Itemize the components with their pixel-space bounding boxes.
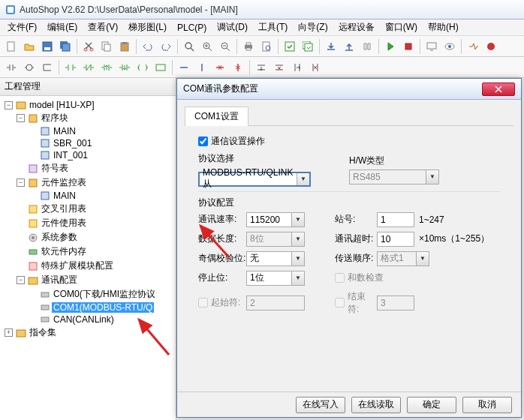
tb-zoomout-icon[interactable] (217, 38, 233, 55)
tb2-del-vline-icon[interactable] (230, 59, 246, 76)
tree-root[interactable]: −model [H1U-XP] (5, 99, 174, 111)
tb-new-icon[interactable] (3, 38, 20, 55)
timeout-input[interactable]: 10 (377, 232, 414, 247)
tb-saveall-icon[interactable] (57, 38, 74, 55)
tb2-out-coil-icon[interactable] (134, 59, 151, 76)
menu-window[interactable]: 窗口(W) (381, 20, 422, 35)
tree-sysparam[interactable]: 系统参数 (17, 230, 174, 244)
menu-view[interactable]: 查看(V) (83, 20, 122, 35)
tb-step-icon[interactable] (465, 38, 481, 55)
tree-comm[interactable]: −通讯配置 (17, 273, 174, 287)
tree-com1[interactable]: COM1(MODBUS-RTU/Q (29, 302, 174, 314)
tb2-contact-icon[interactable] (3, 59, 20, 76)
menu-debug[interactable]: 调试(D) (212, 20, 252, 35)
toolbar-1 (0, 36, 524, 57)
tb2-del-hline-icon[interactable] (212, 59, 228, 76)
tb-print-icon[interactable] (240, 38, 257, 55)
tb2-vline-icon[interactable] (194, 59, 210, 76)
tb-download-icon[interactable] (323, 38, 339, 55)
tb2-insert-col-icon[interactable] (289, 59, 306, 76)
protocol-select[interactable]: MODBUS-RTU/QLINK从 (198, 172, 311, 187)
menu-edit[interactable]: 编辑(E) (43, 20, 82, 35)
tb-paste-icon[interactable] (116, 38, 133, 55)
tb-monitor-icon[interactable] (423, 38, 440, 55)
tb-save-icon[interactable] (39, 38, 56, 55)
station-input[interactable]: 1 (377, 212, 414, 227)
cancel-button[interactable]: 取消 (462, 397, 512, 413)
tree-instructions[interactable]: +指令集 (5, 326, 174, 340)
tree-sbr[interactable]: SBR_001 (29, 137, 174, 149)
tb2-no-contact-icon[interactable] (62, 59, 79, 76)
tb-undo-icon[interactable] (140, 38, 156, 55)
tb-zoomin-icon[interactable] (199, 38, 215, 55)
svg-point-42 (32, 236, 35, 239)
comm-enable-checkbox[interactable]: 通信设置操作 (198, 135, 500, 148)
svg-rect-23 (305, 44, 312, 51)
menu-tools[interactable]: 工具(T) (254, 20, 292, 35)
separator (378, 39, 379, 54)
tb2-coil-icon[interactable] (21, 59, 38, 76)
tb2-branch-icon[interactable] (39, 59, 56, 76)
datalen-label: 数据长度: (198, 232, 246, 245)
comm-enable-input[interactable] (198, 136, 208, 146)
tree-softmem[interactable]: 软元件内存 (17, 244, 174, 259)
close-button[interactable] (482, 82, 515, 96)
ok-button[interactable]: 确定 (407, 397, 456, 413)
tb-compileall-icon[interactable] (300, 38, 316, 55)
tb2-hline-icon[interactable] (176, 59, 192, 76)
dialog-titlebar[interactable]: COM通讯参数配置 (177, 79, 521, 100)
online-write-button[interactable]: 在线写入 (296, 397, 345, 413)
tb-compare-icon[interactable] (359, 38, 375, 55)
tree-xref[interactable]: 交叉引用表 (17, 202, 174, 216)
svg-point-13 (185, 43, 191, 49)
tree-com0[interactable]: COM0(下载/HMI监控协议 (29, 287, 174, 302)
tree-monitor-main[interactable]: MAIN (29, 190, 174, 202)
tb2-rising-icon[interactable] (98, 59, 115, 76)
tb2-nc-contact-icon[interactable] (80, 59, 97, 76)
tb-cut-icon[interactable] (80, 38, 97, 55)
tb-compile-icon[interactable] (282, 38, 298, 55)
separator (249, 60, 250, 75)
baud-select[interactable]: 115200 (246, 212, 305, 227)
tb-open-icon[interactable] (21, 38, 38, 55)
tree-extmod[interactable]: 特殊扩展模块配置 (17, 259, 174, 273)
order-label: 传送顺序: (335, 252, 377, 265)
svg-rect-47 (41, 305, 49, 310)
tb-upload-icon[interactable] (341, 38, 357, 55)
tree-monitor[interactable]: −元件监控表 (17, 176, 174, 190)
menu-help[interactable]: 帮助(H) (423, 20, 463, 35)
tb2-falling-icon[interactable] (116, 59, 133, 76)
svg-rect-33 (41, 128, 49, 135)
tb-preview-icon[interactable] (258, 38, 275, 55)
tb-stop-icon[interactable] (400, 38, 417, 55)
tb-redo-icon[interactable] (158, 38, 174, 55)
tb2-delete-row-icon[interactable] (271, 59, 288, 76)
order-select: 格式1 (377, 251, 429, 266)
tb-find-icon[interactable] (181, 38, 197, 55)
menu-ladder[interactable]: 梯形图(L) (124, 20, 171, 35)
endchar-input (335, 298, 345, 308)
menu-plc[interactable]: PLC(P) (173, 21, 211, 34)
tb-copy-icon[interactable] (98, 38, 115, 55)
online-read-button[interactable]: 在线读取 (351, 397, 401, 413)
tree-int[interactable]: INT_001 (29, 149, 174, 161)
project-tree[interactable]: −model [H1U-XP] −程序块 MAIN SBR_001 INT_00… (0, 96, 176, 420)
tb-watch-icon[interactable] (441, 38, 458, 55)
tree-can[interactable]: CAN(CANLink) (29, 314, 174, 326)
tb2-insert-row-icon[interactable] (253, 59, 270, 76)
tree-symbol-table[interactable]: 符号表 (17, 161, 174, 176)
tree-program-block[interactable]: −程序块 (17, 111, 174, 125)
separator (420, 39, 420, 54)
tree-main[interactable]: MAIN (29, 125, 174, 137)
parity-select[interactable]: 无 (246, 251, 305, 266)
tree-usage[interactable]: 元件使用表 (17, 216, 174, 230)
tb2-func-icon[interactable] (152, 59, 169, 76)
menu-wizard[interactable]: 向导(Z) (294, 20, 332, 35)
tb-run-icon[interactable] (382, 38, 399, 55)
tab-com1[interactable]: COM1设置 (185, 106, 248, 126)
tb2-delete-col-icon[interactable] (307, 59, 324, 76)
menu-remote[interactable]: 远程设备 (334, 20, 379, 35)
menu-file[interactable]: 文件(F) (3, 20, 41, 35)
stop-select[interactable]: 1位 (246, 271, 305, 286)
tb-break-icon[interactable] (483, 38, 499, 55)
